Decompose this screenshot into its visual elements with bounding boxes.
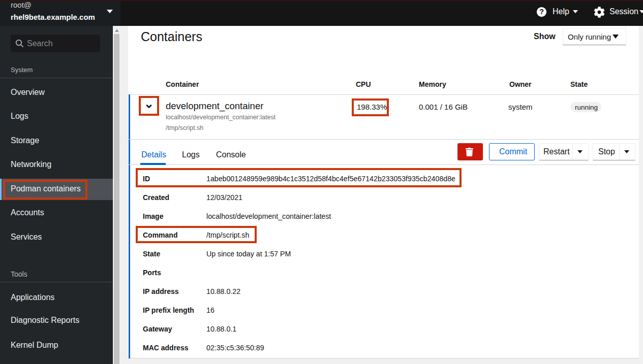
svg-text:?: ? bbox=[539, 8, 544, 16]
